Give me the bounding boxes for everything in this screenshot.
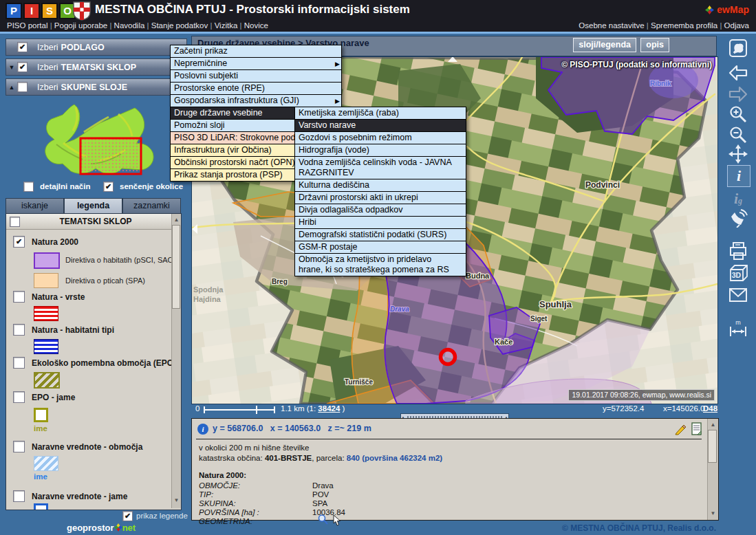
label-podvinci: Podvinci: [585, 180, 620, 190]
print-button[interactable]: [727, 241, 749, 261]
datum-link[interactable]: D48: [703, 404, 717, 413]
geoprostor-logo[interactable]: geoprostornet: [67, 523, 136, 533]
collapse-arrow-icon[interactable]: ▼: [6, 64, 17, 71]
legend-scroll-down-icon[interactable]: ▼: [172, 496, 181, 505]
nav-odjava[interactable]: Odjava: [720, 21, 749, 30]
legend-item-natura2000[interactable]: ✔ Natura 2000: [13, 236, 78, 248]
menu-item-prostorske-enote[interactable]: Prostorske enote (RPE): [171, 83, 341, 95]
send-mail-button[interactable]: [727, 285, 749, 305]
legend-item-habitatni-tipi[interactable]: Natura - habitatni tipi: [13, 324, 114, 336]
podlago-checkbox[interactable]: ✔: [17, 42, 28, 52]
tematski-checkbox[interactable]: ✔: [17, 62, 28, 72]
bar-prefix: Izberi: [37, 43, 58, 52]
legend-item-epo-jame[interactable]: EPO - jame: [13, 391, 75, 403]
legend-item-epo[interactable]: Ekološko pomembna območja (EPO): [13, 357, 176, 369]
submenu-item-drzavni-akti[interactable]: Državni prostorski akti in ukrepi: [295, 192, 466, 204]
view-3d-button[interactable]: 3D: [727, 263, 749, 283]
previous-view-button[interactable]: [727, 63, 749, 83]
nav-osebne-nastavitve[interactable]: Osebne nastavitve: [579, 21, 644, 30]
submenu-item-varstvo-narave[interactable]: Varstvo narave: [295, 120, 466, 132]
notes-icon[interactable]: [691, 422, 703, 435]
legend-item-label: Naravne vrednote - jame: [32, 492, 127, 501]
legend-item-nv-obmocja[interactable]: Naravne vrednote - območja: [13, 441, 142, 452]
tematski-sklop-all-checkbox[interactable]: [10, 217, 20, 227]
overview-extent-rectangle[interactable]: [80, 138, 141, 174]
gps-button[interactable]: [727, 208, 749, 228]
prikaz-legende-checkbox[interactable]: ✔: [122, 511, 133, 521]
nv-obmocja-checkbox[interactable]: [13, 441, 25, 452]
opis-button[interactable]: opis: [640, 38, 669, 52]
forward-arrow-icon: [728, 85, 748, 103]
next-view-button[interactable]: [727, 84, 749, 105]
nav-sprememba-profila[interactable]: Sprememba profila: [647, 21, 717, 30]
piso-logo[interactable]: PISO: [6, 3, 77, 19]
pan-north-icon[interactable]: [448, 56, 457, 62]
info-scroll-up-icon[interactable]: ▲: [709, 421, 717, 429]
legend-header-title: TEMATSKI SKLOP: [20, 217, 171, 226]
nav-pogoji-uporabe[interactable]: Pogoji uporabe: [50, 21, 108, 30]
nav-vizitka[interactable]: Vizitka: [210, 21, 237, 30]
menu-item-poslovni-subjekti[interactable]: Poslovni subjekti: [171, 70, 341, 83]
natura2000-checkbox[interactable]: ✔: [13, 236, 25, 248]
tab-iskanje[interactable]: iskanje: [6, 198, 64, 214]
menu-item-gji[interactable]: Gospodarska infrastruktura (GJI)▶: [171, 95, 341, 107]
pan-west-icon[interactable]: [192, 224, 197, 234]
legend-panel: TEMATSKI SKLOP ✔ Natura 2000 Direktiva o…: [6, 213, 182, 510]
submenu-item-obmocja-kmetijstvo[interactable]: Območja za kmetijstvo in pridelavo hrane…: [295, 254, 466, 276]
epo-jame-checkbox[interactable]: [13, 391, 25, 403]
scale-ratio-link[interactable]: 38424: [318, 404, 340, 413]
nav-piso-portal[interactable]: PISO portal: [7, 21, 47, 30]
habitat-swatch-label: Direktiva o habitatih (pSCI, SAC): [65, 256, 175, 264]
attribute-row: TIP:POV: [199, 490, 329, 499]
nav-novice[interactable]: Novice: [240, 21, 268, 30]
skupne-checkbox[interactable]: [17, 82, 28, 92]
measure-button[interactable]: m: [727, 318, 749, 338]
identify-tool-button[interactable]: i: [727, 165, 750, 187]
zoom-to-geometry-icon[interactable]: [317, 514, 329, 525]
bar-prefix: Izberi: [37, 63, 58, 72]
submenu-item-divja-odlagalisca[interactable]: Divja odlagališča odpadkov: [295, 204, 466, 217]
pan-icon: [728, 144, 748, 164]
detajlni-nacin-checkbox[interactable]: [23, 182, 34, 192]
edit-pencil-icon[interactable]: [674, 423, 687, 435]
submenu-item-vodna-zemljisca[interactable]: Vodna zemljišča celinskih voda - JAVNA R…: [295, 157, 466, 179]
submenu-item-kmetijska-zemljisca[interactable]: Kmetijska zemljišča (raba): [295, 107, 466, 120]
submenu-item-hidrografija[interactable]: Hidrografija (vode): [295, 144, 466, 157]
legend-scrollbar-thumb[interactable]: [172, 225, 180, 309]
sloji-legenda-button[interactable]: sloji/legenda: [573, 38, 636, 52]
select-podlago-bar[interactable]: ✔ IzberiPODLAGO ▶: [6, 39, 187, 56]
identify-group-button[interactable]: ig: [727, 188, 749, 209]
menu-item-zacetni-prikaz[interactable]: Začetni prikaz: [171, 45, 341, 58]
submenu-item-demografski-podatki[interactable]: Demografski statistični podatki (SURS): [295, 229, 466, 241]
piso-app: PISO MESTNA OBČINA PTUJ - Prostorski inf…: [0, 0, 756, 535]
legend-item-natura-vrste[interactable]: Natura - vrste: [13, 291, 85, 303]
parcel-link[interactable]: 840 (površina 462324 m2): [347, 454, 442, 462]
legend-item-nv-jame[interactable]: Naravne vrednote - jame: [13, 490, 127, 502]
habitatni-tipi-checkbox[interactable]: [13, 324, 25, 336]
nav-stanje-podatkov[interactable]: Stanje podatkov: [147, 21, 208, 30]
sencenje-okolice-checkbox[interactable]: ✔: [103, 182, 114, 192]
piso-logo-letter: P: [6, 3, 22, 19]
overview-map[interactable]: [15, 100, 172, 179]
info-scrollbar-thumb[interactable]: [708, 430, 717, 463]
tab-zaznamki[interactable]: zaznamki: [122, 198, 181, 214]
zoom-in-button[interactable]: [727, 104, 749, 124]
nv-jame-checkbox[interactable]: [13, 490, 25, 502]
epo-checkbox[interactable]: [13, 357, 25, 369]
natura-vrste-checkbox[interactable]: [13, 291, 25, 303]
select-tematski-sklop-bar[interactable]: ▼ ✔ IzberiTEMATSKI SKLOP: [6, 58, 187, 76]
submenu-item-kulturna-dediscina[interactable]: Kulturna dediščina: [295, 179, 466, 192]
nav-navodila[interactable]: Navodila: [109, 21, 144, 30]
zoom-out-button[interactable]: [727, 124, 749, 145]
info-scroll-down-icon[interactable]: ▼: [709, 510, 717, 518]
submenu-item-gozdovi[interactable]: Gozdovi s posebnim režimom: [295, 132, 466, 144]
submenu-item-hribi[interactable]: Hribi: [295, 217, 466, 229]
tab-legenda[interactable]: legenda: [64, 198, 122, 214]
submenu-item-gsm-r[interactable]: GSM-R postaje: [295, 241, 466, 254]
full-extent-button[interactable]: [727, 38, 749, 58]
legend-scroll-up-icon[interactable]: ▲: [172, 216, 181, 224]
menu-item-nepremicnine[interactable]: Nepremičnine▶: [171, 58, 341, 70]
expand-arrow-icon[interactable]: ▲: [6, 84, 17, 91]
select-skupni-sloji-bar[interactable]: ▲ IzberiSKUPNE SLOJE: [6, 78, 187, 96]
pan-button[interactable]: [727, 144, 749, 164]
